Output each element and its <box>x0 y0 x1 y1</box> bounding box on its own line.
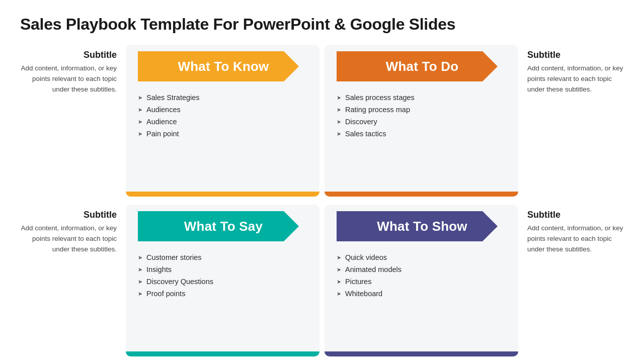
main-grid: Subtitle Add content, information, or ke… <box>20 45 624 356</box>
list-item: Whiteboard <box>337 288 506 300</box>
subtitle-right-top-heading: Subtitle <box>527 50 560 60</box>
list-item: Customer stories <box>138 251 307 263</box>
card-know-arrow-body: What To Know <box>138 51 299 81</box>
card-do-arrow-body: What To Do <box>337 51 498 81</box>
card-show-arrow-body: What To Show <box>337 211 498 241</box>
card-do-banner: What To Do <box>337 51 506 81</box>
card-know-banner: What To Know <box>138 51 307 81</box>
card-know-arrow: What To Know <box>138 51 299 81</box>
list-item: Insights <box>138 263 307 276</box>
card-know-inner: What To Know Sales Strategies Audiences … <box>126 45 319 192</box>
list-item: Animated models <box>337 263 506 276</box>
list-item: Discovery <box>337 116 506 128</box>
list-item: Rating process map <box>337 104 506 116</box>
card-know-list: Sales Strategies Audiences Audience Pain… <box>138 92 307 140</box>
list-item: Audiences <box>138 104 307 116</box>
list-item: Sales process stages <box>337 92 506 104</box>
card-know-bar <box>126 192 319 197</box>
card-do-title: What To Do <box>386 59 458 74</box>
list-item: Proof points <box>138 288 307 300</box>
subtitle-right-top-body: Add content, information, or key points … <box>527 63 624 95</box>
subtitle-left-bottom-body: Add content, information, or key points … <box>20 223 117 255</box>
subtitle-right-bottom-heading: Subtitle <box>527 210 560 220</box>
subtitle-right-bottom-body: Add content, information, or key points … <box>527 223 624 255</box>
card-do-bar <box>325 192 518 197</box>
card-say-arrow-body: What To Say <box>138 211 299 241</box>
card-do-list: Sales process stages Rating process map … <box>337 92 506 140</box>
card-show-arrow: What To Show <box>337 211 498 241</box>
subtitle-left-top-heading: Subtitle <box>84 50 117 60</box>
subtitle-left-top: Subtitle Add content, information, or ke… <box>20 45 121 197</box>
list-item: Quick videos <box>337 251 506 263</box>
card-say-inner: What To Say Customer stories Insights Di… <box>126 205 319 351</box>
card-know-title: What To Know <box>178 59 269 74</box>
subtitle-right-bottom: Subtitle Add content, information, or ke… <box>523 205 624 356</box>
card-do-inner: What To Do Sales process stages Rating p… <box>325 45 518 192</box>
card-say-banner: What To Say <box>138 211 307 241</box>
subtitle-left-bottom: Subtitle Add content, information, or ke… <box>20 205 121 356</box>
page-title: Sales Playbook Template For PowerPoint &… <box>20 15 624 34</box>
card-say-title: What To Say <box>184 219 263 234</box>
card-say-bar <box>126 351 319 356</box>
list-item: Pain point <box>138 128 307 140</box>
list-item: Sales tactics <box>337 128 506 140</box>
card-show-bar <box>325 351 518 356</box>
card-say: What To Say Customer stories Insights Di… <box>126 205 319 356</box>
list-item: Pictures <box>337 276 506 288</box>
list-item: Discovery Questions <box>138 276 307 288</box>
card-do: What To Do Sales process stages Rating p… <box>325 45 518 197</box>
card-show-inner: What To Show Quick videos Animated model… <box>325 205 518 351</box>
card-say-arrow: What To Say <box>138 211 299 241</box>
card-say-list: Customer stories Insights Discovery Ques… <box>138 251 307 300</box>
card-show-title: What To Show <box>377 219 467 234</box>
subtitle-right-top: Subtitle Add content, information, or ke… <box>523 45 624 197</box>
card-do-arrow: What To Do <box>337 51 498 81</box>
card-show-list: Quick videos Animated models Pictures Wh… <box>337 251 506 300</box>
card-know: What To Know Sales Strategies Audiences … <box>126 45 319 197</box>
list-item: Sales Strategies <box>138 92 307 104</box>
card-show: What To Show Quick videos Animated model… <box>325 205 518 356</box>
subtitle-left-bottom-heading: Subtitle <box>84 210 117 220</box>
list-item: Audience <box>138 116 307 128</box>
subtitle-left-top-body: Add content, information, or key points … <box>20 63 117 95</box>
card-show-banner: What To Show <box>337 211 506 241</box>
